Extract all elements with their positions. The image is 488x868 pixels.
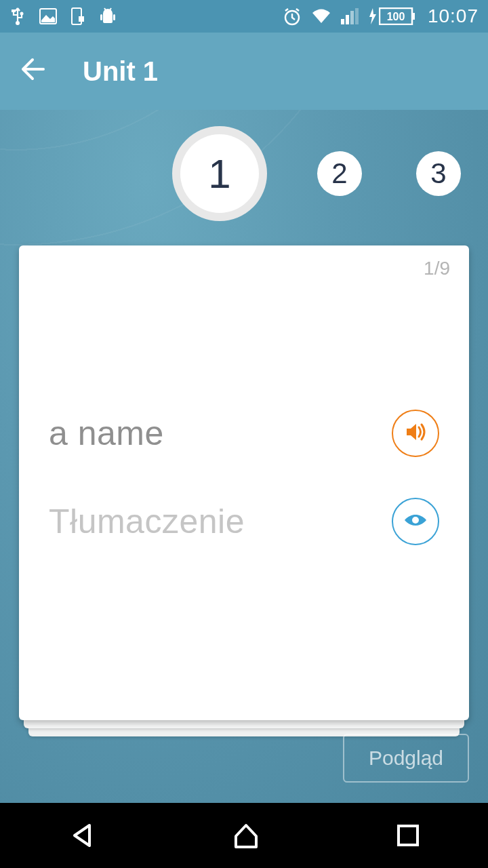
preview-button[interactable]: Podgląd [343,734,469,783]
status-time: 10:07 [428,5,479,27]
usb-icon [9,7,26,26]
svg-rect-5 [79,16,84,22]
battery-icon: 100 [368,7,415,25]
step-3[interactable]: 3 [416,151,461,196]
play-audio-button[interactable] [392,410,439,457]
svg-point-2 [16,21,20,25]
signal-icon [341,8,359,24]
nav-back-button[interactable] [66,820,98,851]
svg-line-8 [104,8,106,10]
svg-rect-16 [413,13,415,20]
svg-point-18 [412,517,419,524]
svg-rect-14 [355,8,359,24]
alarm-icon [283,7,302,26]
svg-rect-6 [100,14,102,20]
back-button[interactable] [19,56,46,87]
card-counter: 1/9 [424,258,450,279]
main-area: 1 2 3 1/9 a name Tłumaczenie [0,110,488,803]
step-indicator: 1 2 3 [0,134,488,213]
nav-recent-button[interactable] [394,822,422,849]
word-text: a name [49,414,164,453]
flashcard[interactable]: 1/9 a name Tłumaczenie [19,245,469,720]
wifi-icon [311,8,331,24]
step-1[interactable]: 1 [180,134,259,213]
reveal-translation-button[interactable] [392,498,439,545]
step-2[interactable]: 2 [317,151,362,196]
svg-rect-11 [341,19,344,24]
device-icon [70,7,85,26]
android-navbar [0,803,488,868]
android-icon [99,7,117,26]
svg-rect-0 [12,9,16,12]
svg-point-1 [20,12,24,16]
svg-rect-7 [113,14,115,20]
eye-icon [402,507,429,536]
speaker-icon [403,419,428,448]
svg-rect-12 [346,15,349,24]
svg-rect-19 [399,826,418,845]
flashcard-stack: 1/9 a name Tłumaczenie [19,245,469,720]
page-title: Unit 1 [83,56,158,87]
svg-rect-13 [350,11,354,24]
nav-home-button[interactable] [230,820,262,851]
svg-line-9 [110,8,111,10]
app-bar: Unit 1 [0,33,488,110]
svg-text:100: 100 [387,11,405,22]
image-icon [39,8,57,24]
status-bar: 100 10:07 [0,0,488,33]
translation-placeholder: Tłumaczenie [49,502,245,541]
